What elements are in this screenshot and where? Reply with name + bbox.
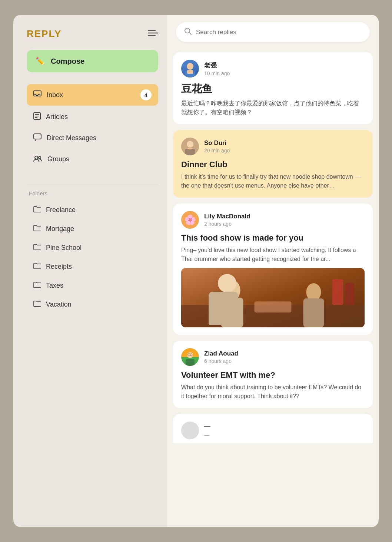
svg-rect-15: [187, 70, 193, 74]
groups-label: Groups: [47, 155, 69, 163]
avatar: [181, 60, 199, 77]
sender-name: 老强: [204, 61, 230, 70]
message-time: 10 min ago: [204, 70, 230, 76]
inbox-badge: 4: [140, 89, 152, 100]
search-bar: [176, 22, 370, 42]
inbox-label: Inbox: [47, 91, 63, 99]
sender-name: So Duri: [204, 139, 230, 147]
folder-mortgage-label: Mortgage: [46, 225, 74, 233]
message-subject: Volunteer EMT with me?: [181, 370, 365, 380]
svg-point-10: [39, 156, 41, 159]
avatar: 🌸: [181, 211, 199, 229]
folder-freelance-label: Freelance: [46, 206, 76, 214]
menu-icon[interactable]: [148, 29, 158, 39]
avatar: [181, 422, 199, 439]
message-time: 2 hours ago: [204, 221, 250, 227]
message-preview: What do you think about training to be v…: [181, 383, 365, 401]
dm-icon: [33, 133, 41, 143]
food-scene-graphic: [181, 268, 365, 327]
avatar: [181, 138, 199, 155]
folder-icon: [33, 281, 41, 290]
message-preview: 最近忙吗？昨晚我去了你最爱的那家饭馆，点了他们的特色菜，吃着就想你了。有空咱们视…: [181, 99, 365, 117]
folder-item-vacation[interactable]: Vacation: [27, 295, 158, 314]
sidebar-item-inbox[interactable]: Inbox 4: [27, 84, 158, 106]
svg-rect-8: [34, 134, 41, 139]
nav-items: Inbox 4 Articles: [27, 84, 158, 169]
main-content: 老强 10 min ago 豆花鱼 最近忙吗？昨晚我去了你最爱的那家饭馆，点了他…: [167, 15, 379, 527]
sidebar-item-direct-messages[interactable]: Direct Messages: [27, 128, 158, 148]
sender-name: Ziad Aouad: [204, 350, 238, 357]
message-preview: Ping– you'd love this new food show I st…: [181, 246, 365, 264]
articles-label: Articles: [46, 113, 68, 121]
sidebar: REPLY ✏️ Compose: [13, 15, 167, 527]
folder-taxes-label: Taxes: [46, 282, 63, 290]
svg-line-12: [189, 33, 192, 35]
folder-item-taxes[interactable]: Taxes: [27, 277, 158, 295]
search-bar-container: [167, 15, 379, 49]
folder-item-mortgage[interactable]: Mortgage: [27, 220, 158, 238]
app-container: REPLY ✏️ Compose: [0, 0, 392, 542]
svg-point-22: [306, 283, 321, 301]
sender-name: Lily MacDonald: [204, 213, 250, 220]
svg-point-20: [224, 280, 240, 301]
folder-icon: [33, 300, 41, 309]
svg-point-16: [187, 141, 193, 148]
message-subject: Dinner Club: [181, 160, 365, 169]
message-image: [181, 268, 365, 327]
dm-label: Direct Messages: [47, 134, 96, 142]
folder-icon: [33, 225, 41, 233]
folder-pine-school-label: Pine School: [46, 244, 82, 252]
message-card[interactable]: So Duri 20 min ago Dinner Club I think i…: [173, 130, 373, 198]
folders-section-label: Folders: [27, 190, 158, 196]
message-preview: I think it's time for us to finally try …: [181, 172, 365, 190]
message-card[interactable]: 老强 10 min ago 豆花鱼 最近忙吗？昨晚我去了你最爱的那家饭馆，点了他…: [173, 52, 373, 124]
message-subject: 豆花鱼: [181, 82, 365, 96]
folder-items: Freelance Mortgage Pine School: [27, 201, 158, 314]
message-time: —: [204, 432, 210, 438]
sender-name: —: [204, 423, 210, 430]
articles-icon: [33, 112, 41, 122]
message-time: 6 hours ago: [204, 358, 238, 364]
compose-label: Compose: [51, 57, 84, 66]
svg-rect-23: [303, 298, 324, 327]
svg-rect-21: [221, 298, 243, 327]
messages-list: 老强 10 min ago 豆花鱼 最近忙吗？昨晚我去了你最爱的那家饭馆，点了他…: [167, 49, 379, 527]
compose-button[interactable]: ✏️ Compose: [27, 50, 158, 72]
svg-rect-26: [345, 283, 355, 305]
avatar: [181, 348, 199, 366]
message-card-partial[interactable]: — —: [173, 414, 373, 443]
folder-vacation-label: Vacation: [46, 301, 72, 308]
folder-icon: [33, 244, 41, 252]
message-card[interactable]: 🌸 Lily MacDonald 2 hours ago This food s…: [173, 204, 373, 335]
folder-item-receipts[interactable]: Receipts: [27, 258, 158, 276]
nav-divider: [27, 184, 158, 184]
message-subject: This food show is made for you: [181, 233, 365, 243]
folder-icon: [33, 206, 41, 214]
folder-icon: [33, 262, 41, 271]
svg-rect-24: [255, 301, 292, 313]
search-input[interactable]: [196, 29, 362, 36]
svg-rect-30: [186, 359, 195, 366]
message-card[interactable]: Ziad Aouad 6 hours ago Volunteer EMT wit…: [173, 341, 373, 408]
app-logo: REPLY: [27, 28, 62, 40]
folder-receipts-label: Receipts: [46, 263, 72, 271]
sidebar-item-groups[interactable]: Groups: [27, 149, 158, 169]
svg-point-9: [35, 156, 38, 159]
message-time: 20 min ago: [204, 148, 230, 153]
sidebar-item-articles[interactable]: Articles: [27, 107, 158, 127]
search-icon: [184, 27, 192, 37]
svg-rect-25: [332, 279, 343, 305]
folder-item-freelance[interactable]: Freelance: [27, 201, 158, 219]
pencil-icon: ✏️: [36, 57, 45, 66]
groups-icon: [33, 155, 42, 164]
inbox-icon: [33, 90, 41, 100]
sidebar-header: REPLY: [27, 28, 158, 40]
svg-rect-17: [185, 149, 195, 155]
folder-item-pine-school[interactable]: Pine School: [27, 239, 158, 257]
svg-point-13: [187, 63, 193, 70]
